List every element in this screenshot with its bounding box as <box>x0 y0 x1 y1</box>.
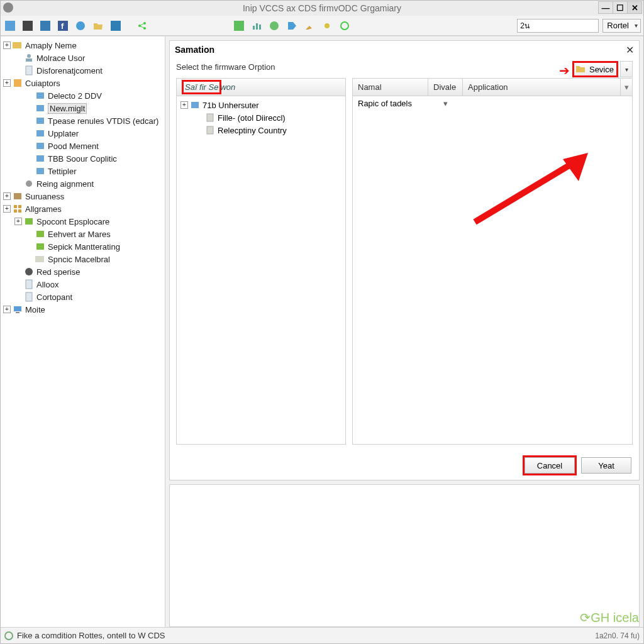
col-name[interactable]: Namal <box>353 79 428 96</box>
dialog-footer: Cancel Yeat <box>170 451 639 480</box>
dialog-close-icon[interactable]: ✕ <box>626 44 634 56</box>
globe-icon[interactable] <box>74 19 87 33</box>
tree-item[interactable]: Delecto 2 DDV <box>2 89 164 102</box>
tree-item[interactable]: Reing aignment <box>2 177 164 190</box>
expander-icon[interactable]: + <box>3 306 11 313</box>
home-icon[interactable] <box>3 19 17 33</box>
tree-item[interactable]: Upplater <box>2 127 164 140</box>
sun-icon[interactable] <box>320 19 334 33</box>
expander-icon <box>26 92 33 99</box>
expander-icon[interactable]: + <box>3 42 11 49</box>
page-icon[interactable] <box>21 19 35 33</box>
tree-item[interactable]: TBB Soour Coplitic <box>2 152 164 165</box>
tree-item[interactable]: Alloox <box>2 278 164 291</box>
tree-item[interactable]: New.miglt <box>2 102 164 114</box>
col-divale[interactable]: Divale <box>428 79 463 96</box>
minimize-button[interactable]: — <box>598 1 613 14</box>
tree-item-label: Disforenatjcoment <box>36 66 103 75</box>
samation-dialog: Samation ✕ ➔ Sevice ▾ Select the firmwar… <box>169 40 640 480</box>
tag-icon[interactable] <box>285 19 299 33</box>
tree-item[interactable]: Eehvert ar Mares <box>2 228 164 240</box>
svg-rect-35 <box>14 193 21 199</box>
expander-icon <box>26 104 33 112</box>
yeat-button[interactable]: Yeat <box>581 457 631 474</box>
expander-icon[interactable]: + <box>3 79 11 87</box>
service-dropdown-caret[interactable]: ▾ <box>620 61 633 77</box>
svg-rect-22 <box>13 42 21 48</box>
expander-icon[interactable]: + <box>14 218 22 225</box>
tree-item[interactable]: Tpease renules VTDIS (edcar) <box>2 114 164 127</box>
svg-line-12 <box>140 26 145 28</box>
folder-open-icon[interactable] <box>91 19 105 33</box>
gearB-icon <box>24 267 34 277</box>
svg-point-20 <box>325 23 330 28</box>
expander-icon[interactable]: + <box>180 101 188 109</box>
svg-rect-39 <box>18 209 21 213</box>
tree-item[interactable]: Tettipler <box>2 165 164 177</box>
tree-item[interactable]: +Moite <box>2 303 164 316</box>
refresh-icon[interactable] <box>338 19 352 33</box>
tree-item[interactable]: +Amaply Neme <box>2 39 164 52</box>
brush-icon[interactable] <box>303 19 316 33</box>
tree-item[interactable]: Disforenatjcoment <box>2 64 164 77</box>
table-row[interactable]: Rapic of tadels ▾ <box>353 96 632 110</box>
toolbar-select-value: Rortel <box>607 21 629 30</box>
world-icon[interactable] <box>267 19 281 33</box>
expander-icon <box>14 67 22 74</box>
tree-item-label: Cuiaptors <box>25 79 60 88</box>
firmware-tree-label: Relecptiny Country <box>218 126 287 135</box>
green-icon <box>35 242 45 252</box>
tree-item-label: Allgrames <box>25 204 62 214</box>
col-application[interactable]: Application <box>463 79 621 96</box>
firmware-tree-item[interactable]: Relecptiny Country <box>179 124 343 136</box>
expander-icon <box>14 180 22 187</box>
tree-item-label: Amaply Neme <box>25 41 77 50</box>
svg-rect-14 <box>253 26 255 30</box>
chart-icon[interactable] <box>250 19 264 33</box>
svg-rect-28 <box>36 105 44 111</box>
details-table-header: Namal Divale Application ▾ <box>353 79 632 96</box>
maximize-button[interactable]: ☐ <box>613 1 628 14</box>
tree-item-label: Pood Mement <box>48 142 99 151</box>
firmware-tree-header[interactable]: Saî fir Sewon <box>177 79 345 96</box>
navigation-tree[interactable]: +Amaply NemeMolrace UsorDisforenatjcomen… <box>1 36 165 627</box>
tree-item[interactable]: Cortopant <box>2 291 164 303</box>
tree-item[interactable]: +Allgrames <box>2 203 164 215</box>
screen-icon[interactable] <box>38 19 52 33</box>
svg-rect-15 <box>256 23 258 30</box>
expander-icon[interactable]: + <box>3 205 11 213</box>
svg-rect-24 <box>26 58 32 62</box>
cancel-button[interactable]: Cancel <box>525 457 575 474</box>
firmware-tree-item[interactable]: +71b Unhersuter <box>179 99 343 111</box>
close-button[interactable]: ✕ <box>627 1 642 14</box>
save-icon[interactable] <box>109 19 123 33</box>
tree-item[interactable]: Pood Mement <box>2 140 164 152</box>
svg-rect-16 <box>259 25 261 30</box>
toolbar-select[interactable]: Rortel <box>602 19 641 33</box>
svg-rect-47 <box>14 306 21 311</box>
search-input[interactable] <box>517 19 599 33</box>
expander-icon[interactable]: + <box>3 192 11 200</box>
facebook-icon[interactable]: f <box>56 19 70 33</box>
window-title: Inip VCCS ax CDS firmvODC Grgamiary <box>243 3 401 13</box>
share-icon[interactable] <box>135 19 149 33</box>
tree-item[interactable]: Molrace Usor <box>2 52 164 64</box>
tree-item[interactable]: Red sperise <box>2 265 164 278</box>
tree-item[interactable]: Sepick Mantterating <box>2 240 164 253</box>
window-controls: — ☐ ✕ <box>599 1 642 14</box>
tree-item[interactable]: +Suruaness <box>2 190 164 203</box>
service-button[interactable]: Sevice <box>572 61 618 77</box>
tree-item[interactable]: Spncic Macelbral <box>2 253 164 265</box>
tree-item[interactable]: +Cuiaptors <box>2 77 164 89</box>
tree-item-label: Suruaness <box>25 192 64 201</box>
tree-item[interactable]: +Spocont Epsplocare <box>2 215 164 228</box>
firmware-tree-item[interactable]: Fille- (otol Diireccl) <box>179 111 343 124</box>
row-caret-icon[interactable]: ▾ <box>428 99 463 108</box>
svg-rect-37 <box>18 205 21 208</box>
svg-rect-51 <box>207 114 213 121</box>
list-icon[interactable] <box>232 19 246 33</box>
svg-marker-49 <box>576 66 585 72</box>
svg-point-23 <box>27 54 31 58</box>
col-scroll-icon[interactable]: ▾ <box>621 79 632 96</box>
green-icon <box>35 229 45 239</box>
